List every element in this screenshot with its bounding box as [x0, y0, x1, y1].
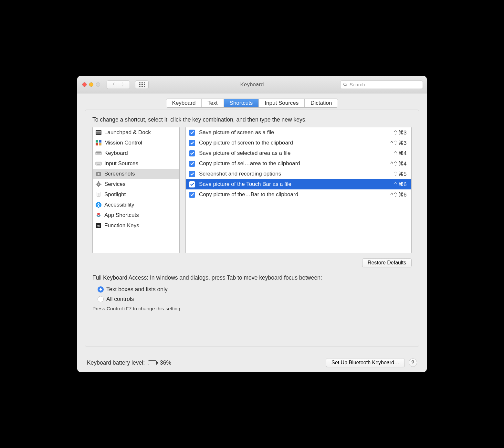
tab-dictation[interactable]: Dictation — [305, 99, 338, 107]
category-function-keys[interactable]: fnFunction Keys — [93, 220, 179, 231]
help-button[interactable]: ? — [409, 358, 417, 367]
full-keyboard-access-text: Full Keyboard Access: In windows and dia… — [92, 274, 412, 281]
restore-defaults-button[interactable]: Restore Defaults — [362, 258, 412, 267]
svg-rect-23 — [98, 172, 100, 173]
shortcut-keys[interactable]: ^⇧⌘6 — [391, 191, 407, 198]
radio-option[interactable]: All controls — [98, 294, 412, 304]
tabs: KeyboardTextShortcutsInput SourcesDictat… — [166, 99, 338, 108]
tab-keyboard[interactable]: Keyboard — [166, 99, 202, 107]
svg-rect-19 — [99, 163, 100, 163]
checkbox[interactable] — [189, 192, 195, 198]
category-screenshots[interactable]: Screenshots — [93, 169, 179, 179]
svg-rect-8 — [96, 152, 101, 155]
checkbox[interactable] — [189, 181, 195, 187]
svg-rect-3 — [96, 133, 101, 134]
show-all-button[interactable] — [135, 80, 149, 89]
tab-text[interactable]: Text — [202, 99, 224, 107]
tab-shortcuts[interactable]: Shortcuts — [224, 99, 259, 107]
radio-label: All controls — [106, 296, 134, 303]
checkbox[interactable] — [189, 150, 195, 156]
category-label: Services — [104, 181, 125, 187]
checkbox[interactable] — [189, 130, 195, 136]
checkbox[interactable] — [189, 140, 195, 146]
shortcut-row[interactable]: Copy picture of sel…area to the clipboar… — [186, 158, 411, 169]
category-accessibility[interactable]: Accessibility — [93, 200, 179, 210]
category-launchpad-dock[interactable]: Launchpad & Dock — [93, 127, 179, 138]
shortcut-label: Screenshot and recording options — [199, 171, 389, 177]
checkbox[interactable] — [189, 161, 195, 167]
split-view: Launchpad & DockMission ControlKeyboardI… — [92, 127, 412, 253]
shortcut-row[interactable]: Save picture of selected area as a file⇧… — [186, 148, 411, 158]
search-input[interactable] — [350, 82, 420, 87]
battery-label: Keyboard battery level: — [87, 359, 145, 366]
mission-icon — [95, 140, 102, 146]
radio-button[interactable] — [98, 296, 104, 302]
tabs-row: KeyboardTextShortcutsInput SourcesDictat… — [77, 93, 427, 108]
category-input-sources[interactable]: Input Sources — [93, 158, 179, 169]
search-field[interactable] — [340, 80, 423, 89]
chevron-right-icon: 〉 — [121, 81, 126, 88]
svg-rect-5 — [99, 140, 101, 143]
svg-rect-28 — [98, 186, 99, 187]
svg-point-26 — [98, 184, 100, 185]
svg-rect-21 — [97, 164, 100, 165]
radio-option[interactable]: Text boxes and lists only — [98, 284, 412, 294]
category-label: Spotlight — [104, 191, 126, 198]
category-label: App Shortcuts — [104, 212, 139, 219]
bluetooth-keyboard-button[interactable]: Set Up Bluetooth Keyboard… — [326, 358, 405, 367]
close-button[interactable] — [82, 82, 87, 87]
shortcut-keys[interactable]: ⇧⌘3 — [393, 129, 407, 136]
shortcut-keys[interactable]: ^⇧⌘4 — [391, 160, 407, 167]
footer: Keyboard battery level: 36% Set Up Bluet… — [87, 353, 417, 372]
back-button[interactable]: 〈 — [107, 80, 118, 89]
shortcut-label: Copy picture of screen to the clipboard — [199, 140, 387, 146]
tab-input-sources[interactable]: Input Sources — [259, 99, 305, 107]
category-spotlight[interactable]: Spotlight — [93, 189, 179, 200]
shortcut-keys[interactable]: ⇧⌘6 — [393, 181, 407, 188]
shortcut-label: Save picture of the Touch Bar as a file — [199, 181, 389, 187]
checkbox[interactable] — [189, 171, 195, 177]
shortcut-row[interactable]: Copy picture of the…Bar to the clipboard… — [186, 189, 411, 200]
shortcut-row[interactable]: Save picture of the Touch Bar as a file⇧… — [186, 179, 411, 189]
category-list[interactable]: Launchpad & DockMission ControlKeyboardI… — [92, 127, 180, 253]
shortcut-row[interactable]: Copy picture of screen to the clipboard^… — [186, 138, 411, 148]
svg-rect-13 — [100, 152, 101, 153]
svg-rect-30 — [100, 184, 101, 185]
app-icon — [95, 212, 102, 219]
restore-row: Restore Defaults — [92, 258, 412, 267]
forward-button[interactable]: 〉 — [118, 80, 130, 89]
keyboard-icon — [95, 150, 102, 156]
nav-buttons: 〈 〉 — [107, 80, 130, 89]
shortcut-label: Copy picture of the…Bar to the clipboard — [199, 191, 387, 198]
category-services[interactable]: Services — [93, 179, 179, 189]
window: 〈 〉 Keyboard KeyboardTextShortcutsInput … — [77, 76, 427, 372]
zoom-button[interactable] — [96, 82, 100, 87]
minimize-button[interactable] — [89, 82, 93, 87]
shortcut-row[interactable]: Screenshot and recording options⇧⌘5 — [186, 169, 411, 179]
gear-icon — [95, 181, 102, 187]
svg-rect-9 — [96, 152, 97, 153]
category-keyboard[interactable]: Keyboard — [93, 148, 179, 158]
svg-text:fn: fn — [97, 224, 100, 228]
shortcut-list[interactable]: Save picture of screen as a file⇧⌘3Copy … — [185, 127, 412, 253]
category-mission-control[interactable]: Mission Control — [93, 138, 179, 148]
fn-icon: fn — [95, 222, 102, 229]
shortcut-row[interactable]: Save picture of screen as a file⇧⌘3 — [186, 127, 411, 138]
svg-rect-10 — [97, 152, 98, 153]
svg-rect-12 — [99, 152, 100, 153]
svg-rect-27 — [98, 181, 99, 183]
category-label: Keyboard — [104, 150, 128, 156]
category-label: Mission Control — [104, 140, 142, 146]
category-app-shortcuts[interactable]: App Shortcuts — [93, 210, 179, 220]
category-label: Accessibility — [104, 202, 134, 208]
shortcut-keys[interactable]: ⇧⌘5 — [393, 171, 407, 177]
battery-status: Keyboard battery level: 36% — [87, 359, 171, 366]
launchpad-icon — [95, 129, 102, 136]
shortcut-keys[interactable]: ⇧⌘4 — [393, 150, 407, 157]
category-label: Screenshots — [104, 171, 135, 177]
shortcut-keys[interactable]: ^⇧⌘3 — [391, 140, 407, 146]
radio-button[interactable] — [98, 286, 104, 293]
shortcut-label: Save picture of selected area as a file — [199, 150, 389, 156]
radio-label: Text boxes and lists only — [106, 286, 168, 293]
category-label: Launchpad & Dock — [104, 129, 151, 136]
